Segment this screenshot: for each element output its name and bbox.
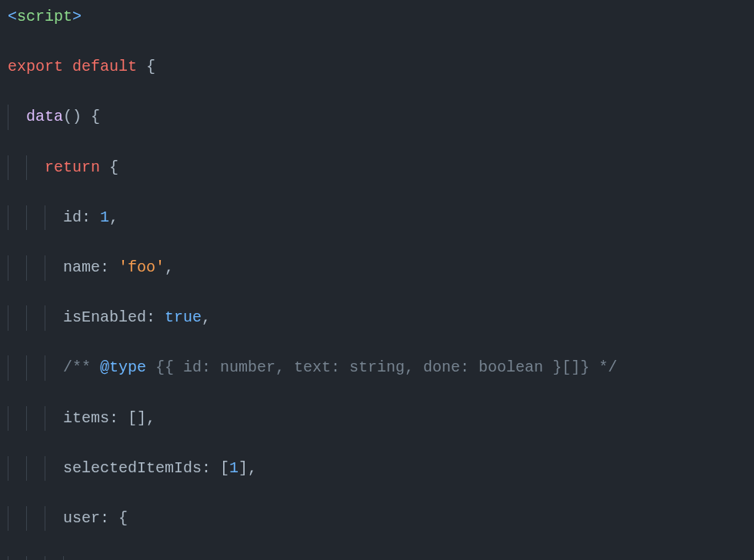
colon: : — [202, 459, 211, 477]
space — [91, 208, 100, 226]
indent-guide — [26, 506, 45, 532]
brace-open: { — [118, 509, 128, 527]
property-selectedItemIds: selectedItemIds — [63, 459, 202, 477]
indent-guide — [45, 506, 63, 532]
indent-guide — [26, 305, 45, 331]
space — [211, 459, 220, 477]
code-line: isEnabled: true, — [8, 305, 746, 331]
bracket-close: ] — [137, 409, 146, 427]
jsdoc-tag: @type — [100, 358, 146, 376]
space — [82, 108, 91, 125]
code-line: items: [], — [8, 406, 746, 432]
keyword-return: return — [45, 158, 100, 176]
colon: : — [100, 509, 109, 527]
type-suf: }[]} — [543, 358, 589, 376]
code-line: user: { — [8, 506, 746, 532]
code-line: id: 1, — [8, 556, 746, 560]
code-line: return { — [8, 155, 746, 181]
bracket-close: ] — [239, 459, 248, 477]
indent-guide — [45, 255, 63, 281]
type-pre: {{ — [146, 358, 183, 376]
indent-guide — [8, 305, 26, 331]
indent-guide — [45, 355, 63, 381]
indent-guide — [26, 255, 45, 281]
indent-guide — [26, 456, 45, 482]
space — [109, 258, 118, 276]
indent-guide — [8, 255, 26, 281]
indent-guide — [26, 355, 45, 381]
method-name: data — [26, 108, 63, 125]
property-user: user — [63, 509, 100, 527]
indent-guide — [8, 456, 26, 482]
space — [137, 58, 146, 75]
indent-guide — [45, 406, 63, 432]
number-1: 1 — [100, 208, 109, 226]
comment-open: /** — [63, 358, 100, 376]
code-line: selectedItemIds: [1], — [8, 456, 746, 482]
comma: , — [109, 208, 118, 226]
brace-open: { — [91, 108, 100, 125]
code-line: /** @type {{ id: number, text: string, d… — [8, 355, 746, 381]
indent-guide — [45, 205, 63, 231]
colon: : — [100, 258, 109, 276]
code-line: id: 1, — [8, 205, 746, 231]
keyword-default: default — [72, 58, 137, 75]
comma: , — [202, 308, 211, 326]
indent-guide — [26, 205, 45, 231]
indent-guide — [45, 456, 63, 482]
code-line: data() { — [8, 105, 746, 130]
indent-guide — [8, 105, 26, 130]
brace-open: { — [146, 58, 155, 75]
space — [118, 409, 128, 427]
paren-close: ) — [72, 108, 82, 125]
tag-open-gt: > — [72, 8, 82, 25]
brace-open: { — [109, 158, 118, 176]
type-body: id: number, text: string, done: boolean — [183, 358, 543, 376]
tag-open-lt: < — [8, 8, 17, 25]
string-foo: 'foo' — [118, 258, 165, 276]
boolean-true: true — [165, 308, 202, 326]
property-id: id — [63, 208, 82, 226]
indent-guide — [8, 506, 26, 532]
tag-name: script — [17, 8, 72, 25]
space — [100, 158, 109, 176]
space — [109, 509, 118, 527]
code-line: name: 'foo', — [8, 255, 746, 281]
number-1: 1 — [229, 459, 239, 477]
colon: : — [82, 208, 91, 226]
indent-guide — [45, 305, 63, 331]
space — [155, 308, 165, 326]
indent-guide — [26, 556, 45, 560]
indent-guide — [26, 155, 45, 181]
indent-guide — [8, 556, 26, 560]
indent-guide — [8, 355, 26, 381]
code-line: <script> — [8, 5, 746, 30]
property-isEnabled: isEnabled — [63, 308, 146, 326]
indent-guide — [8, 155, 26, 181]
bracket-open: [ — [220, 459, 229, 477]
indent-guide — [26, 406, 45, 432]
indent-guide — [8, 205, 26, 231]
comment-close: */ — [589, 358, 617, 376]
bracket-open: [ — [128, 409, 137, 427]
indent-guide — [63, 556, 82, 560]
property-name: name — [63, 258, 100, 276]
property-items: items — [63, 409, 109, 427]
code-block: <script> export default { data() { retur… — [0, 0, 754, 560]
colon: : — [146, 308, 155, 326]
indent-guide — [45, 556, 63, 560]
code-line: export default { — [8, 55, 746, 80]
paren-open: ( — [63, 108, 72, 125]
comma: , — [248, 459, 257, 477]
comma: , — [165, 258, 174, 276]
indent-guide — [8, 406, 26, 432]
colon: : — [109, 409, 118, 427]
comma: , — [146, 409, 155, 427]
space — [63, 58, 72, 75]
keyword-export: export — [8, 58, 63, 75]
